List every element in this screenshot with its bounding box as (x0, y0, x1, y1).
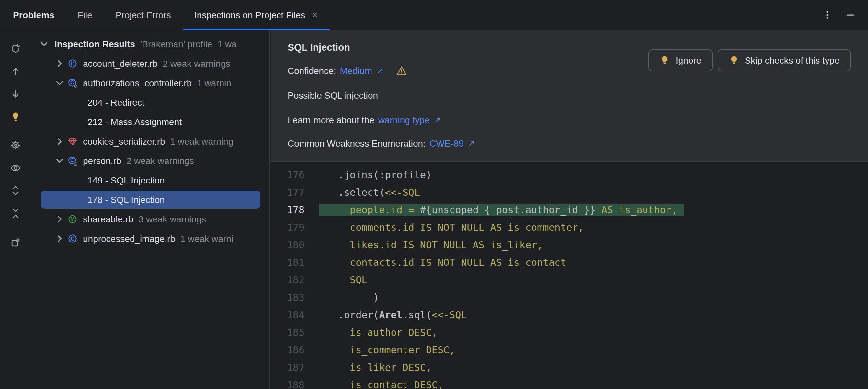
warning-type-link[interactable]: warning type (378, 113, 430, 127)
code-text: comments.id IS NOT NULL AS is_commenter, (319, 221, 584, 233)
tab-file[interactable]: File (66, 0, 104, 30)
chevron-down-icon[interactable] (54, 78, 65, 88)
expand-nodes-button[interactable] (6, 182, 24, 200)
left-toolbar (0, 30, 31, 389)
class-file-icon (67, 58, 78, 69)
tree-file-row[interactable]: account_deleter.rb2 weak warnings (30, 54, 270, 73)
gem-file-icon (67, 136, 78, 146)
code-lines: 176.joins(:profile)177.select(<<-SQL178 … (271, 166, 868, 389)
line-number: 179 (271, 221, 319, 233)
tree-file-row[interactable]: person.rb2 weak warnings (30, 151, 270, 170)
code-text: ) (319, 291, 379, 303)
eye-icon (10, 163, 21, 173)
ignore-button[interactable]: Ignore (648, 49, 712, 71)
tree-issue-row[interactable]: 178 - SQL Injection (30, 190, 270, 210)
open-in-editor-button[interactable] (6, 233, 24, 252)
inspection-detail-panel: SQL Injection Confidence: Medium ↗ Possi… (271, 30, 868, 389)
chevron-down-icon[interactable] (54, 156, 65, 166)
code-line[interactable]: 180 likes.id IS NOT NULL AS is_liker, (271, 236, 868, 253)
confidence-link[interactable]: Medium (340, 63, 372, 78)
tool-window-header: Problems File Project Errors Inspections… (0, 0, 868, 30)
tab-bar: File Project Errors Inspections on Proje… (66, 0, 330, 30)
learn-more-row: Learn more about the warning type ↗ (288, 113, 868, 127)
code-line[interactable]: 183 ) (271, 288, 868, 306)
tab-close-icon[interactable]: × (312, 10, 318, 20)
file-name: person.rb (83, 156, 121, 166)
skip-checks-button[interactable]: Skip checks of this type (717, 49, 850, 71)
external-link-icon: ↗ (468, 136, 475, 150)
code-line[interactable]: 186 is_commenter DESC, (271, 341, 868, 359)
code-line[interactable]: 176.joins(:profile) (271, 166, 868, 184)
arrow-down-button[interactable] (6, 85, 24, 103)
lightbulb-icon (728, 55, 739, 65)
tab-file-label: File (78, 10, 92, 20)
detail-actions: Ignore Skip checks of this type (648, 49, 850, 71)
lightbulb-icon (659, 55, 670, 65)
tree-issue-row[interactable]: 212 - Mass Assignment (30, 112, 270, 132)
chevron-down-icon[interactable] (39, 39, 49, 49)
arrow-up-icon (10, 66, 21, 77)
warning-count: 2 weak warnings (163, 58, 230, 69)
external-link-icon: ↗ (377, 63, 383, 78)
chevron-right-icon[interactable] (54, 136, 65, 146)
refresh-icon (10, 44, 21, 54)
chevron-right-icon[interactable] (54, 58, 65, 69)
kebab-menu-icon (822, 10, 832, 20)
cwe-label: Common Weakness Enumeration: (288, 136, 426, 150)
code-line[interactable]: 181 contacts.id IS NOT NULL AS is_contac… (271, 253, 868, 271)
tree-issue-row[interactable]: 149 - SQL Injection (30, 170, 270, 190)
cwe-row: Common Weakness Enumeration: CWE-89 ↗ (288, 136, 868, 150)
gear-button[interactable] (6, 136, 24, 154)
inspection-results-label: Inspection Results (54, 39, 135, 49)
tree-root-row[interactable]: Inspection Results 'Brakeman' profile 1 … (30, 34, 270, 54)
external-link-icon: ↗ (434, 113, 441, 127)
tab-inspections-on-project-files[interactable]: Inspections on Project Files × (183, 0, 330, 30)
issue-label: 212 - Mass Assignment (88, 117, 182, 127)
tab-project-errors[interactable]: Project Errors (104, 0, 183, 30)
more-options-button[interactable] (819, 6, 836, 23)
line-number: 182 (271, 274, 319, 285)
tree-file-row[interactable]: cookies_serializer.rb1 weak warning (30, 132, 270, 151)
code-line[interactable]: 184.order(Arel.sql(<<-SQL (271, 306, 868, 324)
issue-label: 178 - SQL Injection (88, 194, 165, 205)
lightbulb-button[interactable] (6, 108, 24, 126)
arrow-up-button[interactable] (6, 62, 24, 80)
chevron-right-icon[interactable] (54, 233, 65, 244)
line-number: 188 (271, 379, 319, 389)
collapse-nodes-button[interactable] (6, 204, 24, 222)
code-text: .order(Arel.sql(<<-SQL (319, 309, 467, 321)
line-number: 178 (271, 204, 319, 216)
code-line[interactable]: 185 is_author DESC, (271, 324, 868, 341)
collapse-nodes-icon (10, 208, 21, 219)
eye-button[interactable] (6, 159, 24, 177)
tree-file-row[interactable]: unprocessed_image.rb1 weak warni (30, 229, 270, 248)
lightbulb-icon (10, 112, 21, 122)
code-text: likes.id IS NOT NULL AS is_liker, (319, 239, 543, 251)
code-line[interactable]: 178 people.id = #{unscoped { post.author… (271, 201, 868, 219)
tree-issue-row[interactable]: 204 - Redirect (30, 93, 270, 112)
tree-file-row[interactable]: shareable.rb3 weak warnings (30, 210, 270, 229)
detail-header: SQL Injection Confidence: Medium ↗ Possi… (271, 40, 868, 150)
line-number: 184 (271, 309, 319, 321)
hide-tool-window-button[interactable] (842, 6, 859, 23)
line-number: 181 (271, 256, 319, 268)
refresh-button[interactable] (6, 39, 24, 58)
tree-file-row[interactable]: authorizations_controller.rb1 warnin (30, 73, 270, 93)
line-number: 180 (271, 239, 319, 251)
code-text: SQL (319, 274, 367, 285)
code-text: is_liker DESC, (319, 361, 432, 373)
code-line[interactable]: 179 comments.id IS NOT NULL AS is_commen… (271, 219, 868, 236)
code-line[interactable]: 187 is_liker DESC, (271, 359, 868, 376)
profile-name-label: 'Brakeman' profile (140, 39, 212, 49)
code-line[interactable]: 182 SQL (271, 271, 868, 288)
file-name: cookies_serializer.rb (83, 136, 165, 146)
tree-items: account_deleter.rb2 weak warningsauthori… (30, 54, 270, 248)
code-line[interactable]: 177.select(<<-SQL (271, 184, 868, 201)
warning-count: 2 weak warnings (126, 156, 194, 166)
file-name: unprocessed_image.rb (83, 233, 175, 244)
code-editor[interactable]: 176.joins(:profile)177.select(<<-SQL178 … (271, 161, 868, 389)
code-text: is_commenter DESC, (319, 344, 455, 356)
chevron-right-icon[interactable] (54, 214, 65, 224)
code-line[interactable]: 188 is_contact DESC, (271, 376, 868, 389)
cwe-link[interactable]: CWE-89 (430, 136, 464, 150)
